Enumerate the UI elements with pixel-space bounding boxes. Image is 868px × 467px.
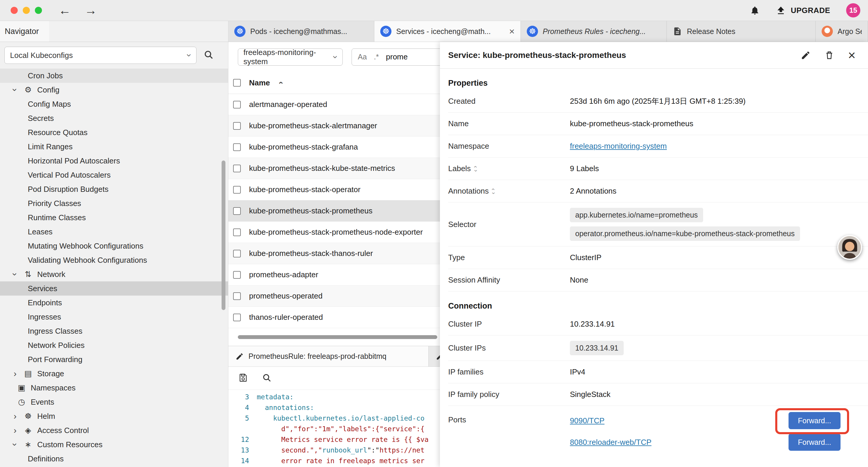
sidebar-item-events[interactable]: ◷Events <box>0 395 228 409</box>
tab-release-notes[interactable]: Release Notes <box>667 21 816 42</box>
sidebar-item-ingresses[interactable]: Ingresses <box>0 310 228 324</box>
notification-count-badge[interactable]: 15 <box>846 3 860 18</box>
namespace-link[interactable]: freeleaps-monitoring-system <box>570 142 667 151</box>
service-name: prometheus-operated <box>249 291 322 300</box>
horizontal-scrollbar[interactable] <box>238 335 437 339</box>
row-checkbox[interactable] <box>233 292 241 300</box>
sidebar-item-resource-quotas[interactable]: Resource Quotas <box>0 125 228 140</box>
sidebar-item-mutating-webhook-configurations[interactable]: Mutating Webhook Configurations <box>0 239 228 253</box>
row-checkbox[interactable] <box>233 207 241 215</box>
delete-trash-icon[interactable] <box>824 50 834 60</box>
row-checkbox[interactable] <box>233 165 241 172</box>
row-checkbox[interactable] <box>233 314 241 321</box>
row-checkbox[interactable] <box>233 101 241 109</box>
chevron-right-icon[interactable]: › <box>11 412 19 420</box>
row-checkbox[interactable] <box>233 271 241 279</box>
chevron-right-icon[interactable]: › <box>11 369 19 378</box>
row-checkbox[interactable] <box>233 122 241 130</box>
window-zoom-button[interactable] <box>35 7 42 14</box>
tab-close-icon[interactable]: × <box>506 26 515 37</box>
detail-row-ip-family-policy: IP family policySingleStack <box>448 383 868 406</box>
sidebar-item-definitions[interactable]: Definitions <box>0 451 228 466</box>
main-area: Local Kubeconfigs › Cron Jobs›⚙ConfigCon… <box>0 42 868 467</box>
details-body: PropertiesCreated253d 16h 6m ago (2025年1… <box>440 68 868 467</box>
chevron-down-icon[interactable]: › <box>11 270 20 278</box>
sidebar-item-pod-disruption-budgets[interactable]: Pod Disruption Budgets <box>0 182 228 196</box>
sidebar-item-priority-classes[interactable]: Priority Classes <box>0 196 228 210</box>
access-control-icon: ◈ <box>23 426 33 435</box>
kubeconfig-selector[interactable]: Local Kubeconfigs › <box>4 47 196 64</box>
window-close-button[interactable] <box>11 7 18 14</box>
line-number: 12 <box>228 434 249 445</box>
sidebar-item-leases[interactable]: Leases <box>0 225 228 239</box>
chevron-right-icon[interactable]: › <box>11 426 19 435</box>
sort-ascending-icon[interactable]: › <box>275 81 285 84</box>
line-number: 13 <box>228 445 249 456</box>
edit-pencil-icon[interactable] <box>801 50 811 60</box>
name-column-header[interactable]: Name <box>249 78 270 87</box>
sidebar-item-storage[interactable]: ›▤Storage <box>0 367 228 381</box>
port-link[interactable]: 8080:reloader-web/TCP <box>570 438 651 447</box>
sidebar-item-helm[interactable]: ›☸Helm <box>0 409 228 423</box>
sidebar-item-ingress-classes[interactable]: Ingress Classes <box>0 324 228 338</box>
sidebar-item-services[interactable]: Services <box>0 282 228 296</box>
editor-search-icon[interactable] <box>262 373 272 384</box>
sidebar-item-runtime-classes[interactable]: Runtime Classes <box>0 210 228 225</box>
tab-prometheus-rules-icecheng[interactable]: ☸Prometheus Rules - icecheng... <box>521 21 667 42</box>
sidebar-item-custom-resources[interactable]: ›∗Custom Resources <box>0 437 228 451</box>
match-case-toggle[interactable]: Aa <box>358 53 367 61</box>
port-link[interactable]: 9090/TCP <box>570 416 604 425</box>
chevron-down-icon[interactable]: › <box>11 86 20 94</box>
sidebar-item-config-maps[interactable]: Config Maps <box>0 97 228 111</box>
close-icon[interactable]: × <box>848 49 856 62</box>
back-arrow-icon[interactable]: ← <box>59 4 71 17</box>
row-checkbox[interactable] <box>233 143 241 151</box>
sidebar-item-cron-jobs[interactable]: Cron Jobs <box>0 68 228 83</box>
detail-label: IP families <box>448 368 570 377</box>
sidebar-item-network[interactable]: ›⇅Network <box>0 267 228 282</box>
detail-value: None <box>570 275 588 285</box>
detail-label: Annotations›› <box>448 186 570 196</box>
forward-button[interactable]: Forward... <box>788 434 840 451</box>
dock-tab-prometheusrule[interactable]: PrometheusRule: freeleaps-prod-rabbitmq <box>228 346 429 367</box>
save-icon[interactable] <box>239 373 248 384</box>
sidebar-item-namespaces[interactable]: ▣Namespaces <box>0 381 228 395</box>
sidebar-item-config[interactable]: ›⚙Config <box>0 83 228 97</box>
webcam-avatar[interactable] <box>837 235 862 260</box>
expand-collapse-icon[interactable]: ›› <box>474 165 476 173</box>
tab-services-icecheng-math[interactable]: ☸Services - icecheng@math...× <box>374 21 521 42</box>
regex-toggle[interactable]: .* <box>374 53 379 61</box>
app-window: ← → UPGRADE 15 Navigator ☸Pods - icechen… <box>0 0 868 467</box>
sidebar-item-secrets[interactable]: Secrets <box>0 111 228 125</box>
sidebar-item-validating-webhook-configurations[interactable]: Validating Webhook Configurations <box>0 253 228 267</box>
forward-button[interactable]: Forward... <box>788 412 840 429</box>
service-name: kube-prometheus-stack-prometheus <box>249 206 373 215</box>
select-all-checkbox[interactable] <box>233 79 241 87</box>
row-checkbox[interactable] <box>233 229 241 236</box>
expand-collapse-icon[interactable]: ›› <box>492 187 494 195</box>
notifications-bell-icon[interactable] <box>750 5 760 16</box>
sidebar-item-vertical-pod-autoscalers[interactable]: Vertical Pod Autoscalers <box>0 168 228 182</box>
sidebar-item-port-forwarding[interactable]: Port Forwarding <box>0 352 228 367</box>
navigator-label[interactable]: Navigator <box>0 21 49 42</box>
tab-pods-icecheng-mathmas[interactable]: ☸Pods - icecheng@mathmas... <box>228 21 374 42</box>
sidebar-item-access-control[interactable]: ›◈Access Control <box>0 423 228 437</box>
sidebar-search-icon[interactable] <box>204 50 214 61</box>
namespace-filter-dropdown[interactable]: freeleaps-monitoring-system › <box>238 49 343 66</box>
sidebar-item-network-policies[interactable]: Network Policies <box>0 338 228 352</box>
chevron-down-icon[interactable]: › <box>11 441 20 448</box>
line-number: 4 <box>228 402 249 413</box>
custom-resources-icon: ∗ <box>23 440 33 449</box>
row-checkbox[interactable] <box>233 250 241 258</box>
service-name: kube-prometheus-stack-prometheus-node-ex… <box>249 228 423 237</box>
sidebar-item-label: Vertical Pod Autoscalers <box>28 171 111 180</box>
tab-argo-se[interactable]: Argo Se <box>816 21 868 42</box>
sidebar-item-endpoints[interactable]: Endpoints <box>0 296 228 310</box>
sidebar-item-limit-ranges[interactable]: Limit Ranges <box>0 140 228 154</box>
sidebar-scrollbar[interactable] <box>222 160 225 310</box>
window-minimize-button[interactable] <box>23 7 30 14</box>
row-checkbox[interactable] <box>233 186 241 194</box>
forward-arrow-icon[interactable]: → <box>85 4 97 17</box>
upgrade-button[interactable]: UPGRADE <box>776 5 830 16</box>
sidebar-item-horizontal-pod-autoscalers[interactable]: Horizontal Pod Autoscalers <box>0 154 228 168</box>
